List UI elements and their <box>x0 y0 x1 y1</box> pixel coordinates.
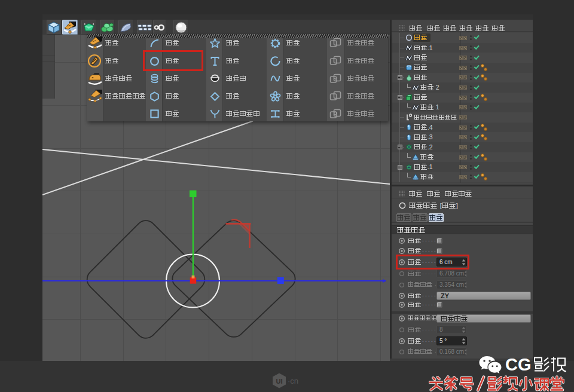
svg-text:UI: UI <box>276 378 283 385</box>
svg-text:·cn: ·cn <box>288 376 298 385</box>
